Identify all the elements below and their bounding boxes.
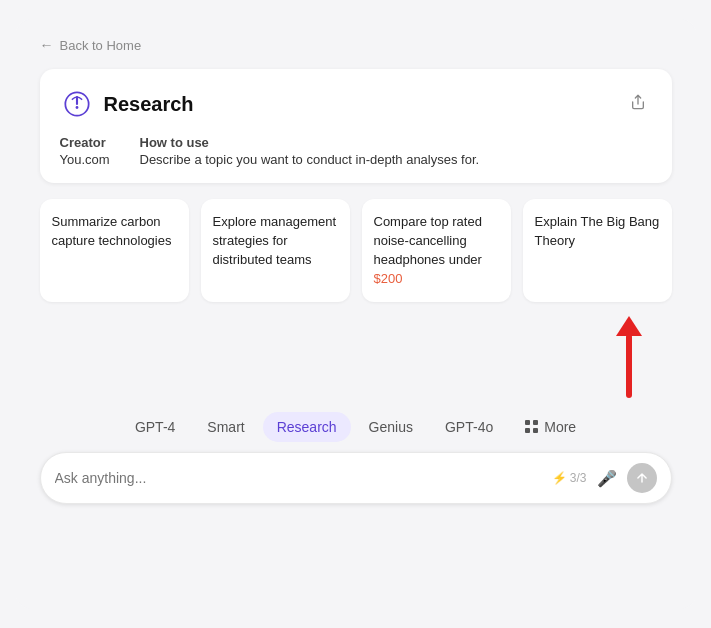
input-bar: ⚡ 3/3 🎤 bbox=[40, 452, 672, 504]
suggestion-text-4: Explain The Big Bang Theory bbox=[535, 213, 660, 251]
info-card: Research Creator How to use You.com Desc… bbox=[40, 69, 672, 183]
suggestion-card-3[interactable]: Compare top rated noise-cancelling headp… bbox=[362, 199, 511, 302]
counter-value: 3/3 bbox=[570, 471, 587, 485]
arrow-head bbox=[616, 316, 642, 336]
suggestion-grid: Summarize carbon capture technologies Ex… bbox=[40, 199, 672, 302]
lightning-icon: ⚡ bbox=[552, 471, 567, 485]
bottom-tabs: GPT-4 Smart Research Genius GPT-4o More bbox=[40, 412, 672, 442]
suggestion-card-2[interactable]: Explore management strategies for distri… bbox=[201, 199, 350, 302]
suggestion-card-4[interactable]: Explain The Big Bang Theory bbox=[523, 199, 672, 302]
creator-label: Creator bbox=[60, 135, 140, 150]
highlight-price: $200 bbox=[374, 271, 403, 286]
red-arrow-indicator bbox=[616, 316, 642, 398]
tab-gpt4o[interactable]: GPT-4o bbox=[431, 412, 507, 442]
send-button[interactable] bbox=[627, 463, 657, 493]
input-right-controls: ⚡ 3/3 🎤 bbox=[552, 463, 657, 493]
info-card-title: Research bbox=[104, 93, 194, 116]
research-mode-icon bbox=[60, 87, 94, 121]
description-value: Describe a topic you want to conduct in-… bbox=[140, 152, 652, 167]
microphone-icon[interactable]: 🎤 bbox=[597, 469, 617, 488]
back-link-label: Back to Home bbox=[60, 38, 142, 53]
suggestion-text-1: Summarize carbon capture technologies bbox=[52, 213, 177, 251]
info-card-title-row: Research bbox=[60, 87, 194, 121]
suggestion-text-2: Explore management strategies for distri… bbox=[213, 213, 338, 270]
main-window: ← Back to Home Research bbox=[16, 19, 696, 609]
counter-badge: ⚡ 3/3 bbox=[552, 471, 587, 485]
share-button[interactable] bbox=[624, 90, 652, 118]
back-link[interactable]: ← Back to Home bbox=[40, 37, 672, 53]
more-label: More bbox=[544, 419, 576, 435]
back-arrow-icon: ← bbox=[40, 37, 54, 53]
tab-research[interactable]: Research bbox=[263, 412, 351, 442]
svg-point-2 bbox=[75, 106, 78, 109]
info-grid: Creator How to use You.com Describe a to… bbox=[60, 135, 652, 167]
tab-more[interactable]: More bbox=[511, 412, 590, 442]
arrow-container bbox=[40, 314, 672, 404]
suggestion-card-1[interactable]: Summarize carbon capture technologies bbox=[40, 199, 189, 302]
creator-value: You.com bbox=[60, 152, 140, 167]
suggestion-text-3: Compare top rated noise-cancelling headp… bbox=[374, 213, 499, 288]
more-dots-icon bbox=[525, 420, 539, 434]
tab-genius[interactable]: Genius bbox=[355, 412, 427, 442]
ask-input[interactable] bbox=[55, 470, 552, 486]
tab-smart[interactable]: Smart bbox=[193, 412, 258, 442]
how-to-use-label: How to use bbox=[140, 135, 652, 150]
tab-gpt4[interactable]: GPT-4 bbox=[121, 412, 189, 442]
info-card-header: Research bbox=[60, 87, 652, 121]
arrow-shaft bbox=[626, 334, 632, 398]
